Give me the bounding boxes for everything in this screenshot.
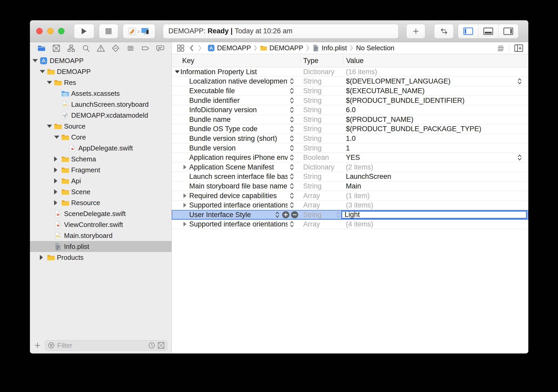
plist-row[interactable]: Supported interface orientations (i...Ar…	[172, 220, 528, 229]
triangle-closed-icon[interactable]	[183, 165, 186, 169]
breadcrumb-item[interactable]: No Selection	[356, 44, 394, 52]
key-stepper[interactable]	[289, 116, 294, 123]
key-stepper[interactable]	[289, 106, 294, 114]
key-stepper[interactable]	[289, 87, 294, 95]
plist-row[interactable]: Executable fileString$(EXECUTABLE_NAME)	[172, 86, 528, 96]
key-stepper[interactable]	[289, 144, 294, 152]
toggle-inspector-panel-button[interactable]	[498, 24, 518, 38]
key-stepper[interactable]	[289, 97, 294, 104]
add-file-button[interactable]	[34, 342, 41, 349]
key-stepper[interactable]	[289, 163, 294, 171]
back-button[interactable]	[189, 45, 193, 51]
symbol-navigator-tab[interactable]	[66, 43, 76, 53]
disclosure-triangle[interactable]	[54, 167, 61, 173]
disclosure-triangle[interactable]	[54, 136, 61, 139]
breadcrumb-item[interactable]: Info.plist	[312, 44, 347, 52]
toggle-debug-panel-button[interactable]	[478, 24, 498, 38]
library-add-button[interactable]	[406, 24, 425, 39]
key-stepper[interactable]	[289, 135, 294, 142]
test-navigator-tab[interactable]	[110, 43, 121, 53]
editor-mode-button[interactable]	[434, 24, 454, 39]
filter-input[interactable]: Filter	[45, 340, 167, 351]
plist-row[interactable]: Localization native development re...Str…	[172, 77, 528, 86]
key-stepper[interactable]	[289, 220, 294, 228]
recent-files-filter-icon[interactable]	[148, 342, 155, 349]
tree-item-demoapp[interactable]: DEMOAPP	[30, 66, 172, 77]
source-control-navigator-tab[interactable]	[51, 43, 61, 53]
key-stepper[interactable]	[289, 182, 294, 190]
triangle-closed-icon[interactable]	[183, 203, 186, 207]
forward-button[interactable]	[198, 45, 202, 51]
project-navigator-tab[interactable]	[36, 43, 47, 53]
triangle-open-icon[interactable]	[175, 70, 180, 73]
zoom-button[interactable]	[58, 28, 65, 34]
plist-row[interactable]: Bundle OS Type codeString$(PRODUCT_BUNDL…	[172, 124, 528, 134]
scheme-selector[interactable]: ›	[123, 24, 155, 39]
disclosure-triangle[interactable]	[40, 255, 47, 260]
disclosure-triangle[interactable]	[54, 156, 61, 162]
key-stepper[interactable]	[289, 77, 294, 85]
tree-item-api[interactable]: Api	[30, 175, 172, 186]
breakpoint-navigator-tab[interactable]	[140, 43, 150, 53]
tree-item-res[interactable]: Res	[30, 77, 172, 88]
editor-options-button[interactable]	[497, 44, 505, 52]
value-editor-field[interactable]: Light	[341, 211, 527, 219]
tree-item-demoapp[interactable]: DEMOAPP	[30, 55, 172, 66]
type-stepper[interactable]	[336, 211, 341, 219]
breadcrumb-item[interactable]: DEMOAPP	[208, 44, 251, 52]
report-navigator-tab[interactable]	[155, 43, 165, 53]
tree-item-viewcontroller-swift[interactable]: ViewController.swift	[30, 219, 172, 230]
stop-button[interactable]	[99, 24, 118, 39]
minimize-button[interactable]	[47, 28, 54, 34]
remove-item-button[interactable]	[291, 211, 299, 219]
debug-navigator-tab[interactable]	[125, 43, 136, 53]
plist-row[interactable]: Bundle nameString$(PRODUCT_NAME)	[172, 115, 528, 124]
tree-item-resource[interactable]: Resource	[30, 197, 172, 208]
run-button[interactable]	[74, 24, 94, 39]
plist-row[interactable]: Launch screen interface file base...Stri…	[172, 172, 528, 182]
plist-row[interactable]: User Interface StyleStringLight	[172, 210, 528, 220]
key-stepper[interactable]	[275, 211, 280, 219]
tree-item-demoapp-xcdatamodeld[interactable]: DEMOAPP.xcdatamodeld	[30, 110, 172, 121]
issue-navigator-tab[interactable]	[96, 43, 106, 53]
plist-row[interactable]: Bundle identifierString$(PRODUCT_BUNDLE_…	[172, 96, 528, 105]
related-items-button[interactable]	[177, 45, 184, 52]
key-stepper[interactable]	[289, 125, 294, 133]
disclosure-triangle[interactable]	[54, 178, 61, 184]
toggle-navigator-panel-button[interactable]	[458, 24, 478, 38]
plist-row[interactable]: Main storyboard file base nameStringMain	[172, 181, 528, 191]
close-button[interactable]	[36, 28, 43, 34]
triangle-closed-icon[interactable]	[183, 222, 186, 226]
value-stepper[interactable]	[517, 77, 522, 85]
tree-item-assets-xcassets[interactable]: Assets.xcassets	[30, 88, 172, 99]
key-stepper[interactable]	[289, 192, 294, 200]
plist-row[interactable]: Information Property ListDictionary(16 i…	[172, 67, 528, 77]
add-item-button[interactable]	[282, 211, 290, 219]
plist-row[interactable]: Bundle versionString1	[172, 143, 528, 153]
tree-item-scenedelegate-swift[interactable]: SceneDelegate.swift	[30, 208, 172, 219]
tree-item-scene[interactable]: Scene	[30, 186, 172, 197]
disclosure-triangle[interactable]	[47, 81, 54, 84]
key-stepper[interactable]	[289, 154, 294, 161]
disclosure-triangle[interactable]	[54, 200, 61, 205]
plist-row[interactable]: Required device capabilitiesArray(1 item…	[172, 191, 528, 201]
disclosure-triangle[interactable]	[33, 59, 40, 62]
triangle-closed-icon[interactable]	[183, 193, 186, 198]
tree-item-launchscreen-storyboard[interactable]: LaunchScreen.storyboard	[30, 99, 172, 110]
plist-row[interactable]: Bundle version string (short)String1.0	[172, 134, 528, 143]
add-editor-button[interactable]	[514, 44, 523, 52]
tree-item-source[interactable]: Source	[30, 121, 172, 132]
plist-row[interactable]: InfoDictionary versionString6.0	[172, 105, 528, 115]
tree-item-fragment[interactable]: Fragment	[30, 165, 172, 175]
breadcrumb-item[interactable]: DEMOAPP	[260, 44, 303, 52]
plist-row[interactable]: Application requires iPhone enviro...Boo…	[172, 153, 528, 162]
value-stepper[interactable]	[517, 154, 522, 161]
tree-item-core[interactable]: Core	[30, 132, 172, 143]
disclosure-triangle[interactable]	[47, 125, 54, 128]
key-stepper[interactable]	[289, 173, 294, 180]
plist-row[interactable]: Application Scene ManifestDictionary(2 i…	[172, 162, 528, 172]
disclosure-triangle[interactable]	[54, 189, 61, 194]
tree-item-schema[interactable]: Schema	[30, 154, 172, 165]
tree-item-info-plist[interactable]: Info.plist	[30, 241, 172, 252]
source-control-filter-icon[interactable]	[158, 342, 164, 349]
